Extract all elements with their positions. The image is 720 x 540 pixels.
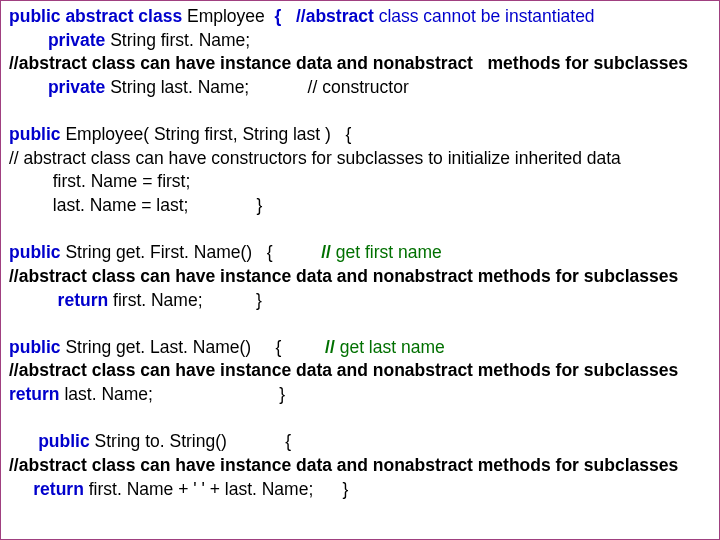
code-line-1: public abstract class Employee { //abstr… [9, 5, 711, 29]
text: last. Name; } [60, 384, 286, 404]
comment-line-2: // abstract class can have constructors … [9, 147, 711, 171]
kw: //abstract [9, 360, 92, 380]
text: methods for subclasses [478, 360, 678, 380]
kw: abstract [405, 455, 478, 475]
text: String get. Last. Name() { [61, 337, 326, 357]
text: methods for subclasses [488, 53, 688, 73]
text: first. Name = first; [9, 171, 190, 191]
text: String get. First. Name() { [61, 242, 322, 262]
kw: //abstract [9, 455, 92, 475]
kw: return [9, 479, 84, 499]
text: Employee [182, 6, 274, 26]
text: methods for subclasses [478, 266, 678, 286]
text: last. Name = last; } [9, 195, 262, 215]
comment-line-3: //abstract class can have instance data … [9, 265, 711, 289]
kw: return [9, 290, 108, 310]
text: class can have instance data and non [92, 266, 405, 286]
text: first. Name + ' ' + last. Name; } [84, 479, 348, 499]
code-line-10: return last. Name; } [9, 383, 711, 407]
code-line-3: private String last. Name; // constructo… [9, 76, 711, 100]
kw: abstract [405, 360, 478, 380]
kw: public [9, 431, 90, 451]
text: methods for subclasses [478, 455, 678, 475]
blank-line [9, 312, 711, 336]
comment-line-5: //abstract class can have instance data … [9, 454, 711, 478]
text: // abstract class can have constructors … [9, 148, 621, 168]
code-line-2: private String first. Name; [9, 29, 711, 53]
code-line-11: public String to. String() { [9, 430, 711, 454]
blank-line [9, 100, 711, 124]
code-line-9: public String get. Last. Name() { // get… [9, 336, 711, 360]
kw: // [325, 337, 340, 357]
kw: return [9, 384, 60, 404]
text: String to. String() { [90, 431, 291, 451]
kw: abstract [405, 266, 478, 286]
text: class can have instance data and non [92, 53, 405, 73]
kw: //abstract [9, 53, 92, 73]
kw: { //abstract [275, 6, 379, 26]
text: class can have instance data and non [92, 455, 405, 475]
kw: public [9, 242, 61, 262]
kw: public [9, 124, 61, 144]
blank-line [9, 407, 711, 431]
kw: // [321, 242, 336, 262]
text: get last name [340, 337, 445, 357]
text: String first. Name; [105, 30, 250, 50]
text: class can have instance data and non [92, 360, 405, 380]
kw: private [9, 30, 105, 50]
blank-line [9, 218, 711, 242]
kw: //abstract [9, 266, 92, 286]
text: String last. Name; // constructor [105, 77, 408, 97]
code-line-8: return first. Name; } [9, 289, 711, 313]
comment-line-4: //abstract class can have instance data … [9, 359, 711, 383]
text: first. Name; } [108, 290, 262, 310]
kw: private [9, 77, 105, 97]
text: class cannot be instantiated [379, 6, 595, 26]
code-line-12: return first. Name + ' ' + last. Name; } [9, 478, 711, 502]
text: get first name [336, 242, 442, 262]
kw: public abstract class [9, 6, 182, 26]
code-line-7: public String get. First. Name() { // ge… [9, 241, 711, 265]
kw: abstract [405, 53, 488, 73]
comment-line-1: //abstract class can have instance data … [9, 52, 711, 76]
text: Employee( String first, String last ) { [61, 124, 352, 144]
code-line-4: public Employee( String first, String la… [9, 123, 711, 147]
kw: public [9, 337, 61, 357]
code-line-6: last. Name = last; } [9, 194, 711, 218]
code-line-5: first. Name = first; [9, 170, 711, 194]
